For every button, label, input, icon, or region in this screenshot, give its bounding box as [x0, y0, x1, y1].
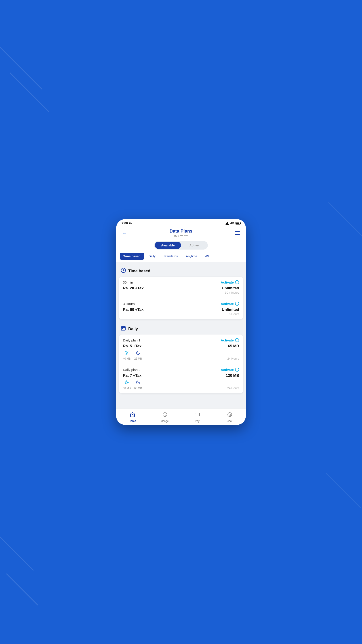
plan-30min: 30 min Activate i Rs. 20 +Tax Unlimited … — [123, 276, 239, 298]
home-label: Home — [129, 420, 136, 422]
time-based-card: 30 min Activate i Rs. 20 +Tax Unlimited … — [119, 276, 243, 319]
plan-daily1-data: 65 MB — [228, 344, 239, 348]
svg-point-30 — [230, 414, 231, 415]
plan-daily1-duration: 24 Hours — [227, 357, 239, 360]
calendar-icon — [121, 326, 126, 332]
day-breakdown-2: 60 MB — [123, 380, 131, 390]
info-3hours-icon[interactable]: i — [235, 302, 239, 306]
plan-30min-data: Unlimited 30 minutes — [222, 286, 239, 294]
daily-card: Daily plan 1 Activate i Rs. 5 +Tax 65 MB — [119, 334, 243, 393]
available-tab[interactable]: Available — [155, 242, 181, 249]
plan-3hours-data: Unlimited 3 Hours — [222, 308, 239, 316]
night-amount-daily1: 25 MB — [134, 357, 142, 360]
daily-section-header: Daily — [119, 323, 243, 334]
plan-daily1-name: Daily plan 1 — [123, 338, 140, 342]
plan-daily1: Daily plan 1 Activate i Rs. 5 +Tax 65 MB — [123, 334, 239, 364]
plan-daily2-amount: 120 MB — [226, 374, 239, 378]
plan-3hours-name: 3 Hours — [123, 302, 135, 306]
category-tabs: Time based Daily Standards Anytime 4G — [116, 253, 246, 262]
plan-3hours-price: Rs. 60 +Tax — [123, 308, 144, 312]
tab-daily[interactable]: Daily — [145, 253, 159, 260]
battery-icon — [236, 222, 240, 224]
activate-3hours-button[interactable]: Activate i — [221, 302, 239, 306]
tab-4g[interactable]: 4G — [202, 253, 213, 260]
back-button[interactable]: ← — [121, 229, 129, 237]
pay-icon — [195, 412, 200, 418]
info-30min-icon[interactable]: i — [235, 280, 239, 284]
nav-chat[interactable]: Chat — [213, 410, 246, 424]
svg-point-7 — [126, 352, 128, 354]
svg-rect-6 — [122, 328, 123, 329]
plan-daily1-breakdown: 40 MB 25 MB 24 Hours — [123, 350, 239, 360]
night-breakdown: 25 MB — [134, 350, 142, 360]
moon-icon — [136, 350, 140, 356]
svg-rect-2 — [121, 326, 125, 330]
activate-3hours-label: Activate — [221, 302, 234, 306]
nav-home[interactable]: Home — [116, 410, 149, 424]
menu-button[interactable] — [233, 229, 241, 237]
nav-pay[interactable]: Pay — [181, 410, 213, 424]
plan-30min-amount: Unlimited — [222, 286, 239, 290]
bottom-nav: Home Usage Pay — [116, 408, 246, 425]
time-based-section-header: Time based — [119, 265, 243, 276]
plan-daily2-price: Rs. 7 +Tax — [123, 374, 141, 378]
day-amount-daily1: 40 MB — [123, 357, 131, 360]
plan-daily2-data: 120 MB — [226, 374, 239, 378]
sun-icon-2 — [124, 380, 129, 386]
svg-line-21 — [125, 381, 126, 382]
day-breakdown: 40 MB — [123, 350, 131, 360]
day-amount-daily2: 60 MB — [123, 386, 131, 390]
home-icon — [130, 412, 135, 418]
moon-icon-2 — [136, 380, 140, 386]
plan-daily2-breakdown: 60 MB 60 MB 24 Hours — [123, 380, 239, 390]
plan-daily2-name: Daily plan 2 — [123, 368, 140, 372]
chat-icon — [227, 412, 232, 418]
nav-usage[interactable]: Usage — [149, 410, 181, 424]
tab-time-based[interactable]: Time based — [120, 253, 144, 260]
plan-daily1-price: Rs. 5 +Tax — [123, 344, 141, 348]
plan-daily2: Daily plan 2 Activate i Rs. 7 +Tax 120 M… — [123, 364, 239, 393]
menu-icon — [235, 231, 240, 232]
svg-line-15 — [128, 352, 128, 352]
toggle-bar: Available Active — [116, 241, 246, 253]
info-daily1-icon[interactable]: i — [235, 338, 239, 342]
night-breakdown-2: 60 MB — [134, 380, 142, 390]
phone-number: 071 ••• •••• — [170, 234, 192, 238]
svg-marker-0 — [225, 222, 229, 225]
svg-point-29 — [229, 414, 229, 415]
plan-3hours: 3 Hours Activate i Rs. 60 +Tax Unlimited… — [123, 298, 239, 319]
svg-line-22 — [128, 384, 128, 384]
network-type: 4G — [230, 222, 234, 225]
svg-line-24 — [128, 381, 128, 382]
content-area: Time based 30 min Activate i Rs. 20 +Tax… — [116, 262, 246, 408]
activate-daily1-button[interactable]: Activate i — [221, 338, 239, 342]
header: ← Data Plans 071 ••• •••• — [116, 226, 246, 241]
status-bar: 7:00 PM 4G — [116, 219, 246, 226]
usage-label: Usage — [161, 420, 169, 422]
tab-standards[interactable]: Standards — [160, 253, 181, 260]
sun-icon — [124, 350, 129, 356]
activate-daily1-label: Activate — [221, 338, 234, 342]
chat-label: Chat — [227, 420, 232, 422]
plan-30min-price: Rs. 20 +Tax — [123, 286, 144, 290]
info-daily2-icon[interactable]: i — [235, 368, 239, 372]
activate-30min-button[interactable]: Activate i — [221, 280, 239, 284]
plan-30min-duration: 30 minutes — [222, 291, 239, 294]
status-icons: 4G — [225, 222, 240, 225]
night-amount-daily2: 60 MB — [134, 386, 142, 390]
activate-daily2-button[interactable]: Activate i — [221, 368, 239, 372]
menu-icon — [235, 233, 240, 234]
pay-label: Pay — [195, 420, 200, 422]
svg-line-12 — [125, 352, 126, 352]
active-tab[interactable]: Active — [181, 242, 207, 249]
plan-3hours-duration: 3 Hours — [222, 312, 239, 316]
clock-icon — [121, 268, 126, 274]
plan-3hours-amount: Unlimited — [222, 308, 239, 312]
usage-icon — [162, 412, 168, 418]
activate-30min-label: Activate — [221, 280, 234, 284]
plan-daily2-duration: 24 Hours — [227, 386, 239, 390]
plan-daily1-amount: 65 MB — [228, 344, 239, 348]
tab-anytime[interactable]: Anytime — [182, 253, 201, 260]
toggle-container: Available Active — [154, 241, 208, 250]
daily-title: Daily — [128, 327, 138, 332]
